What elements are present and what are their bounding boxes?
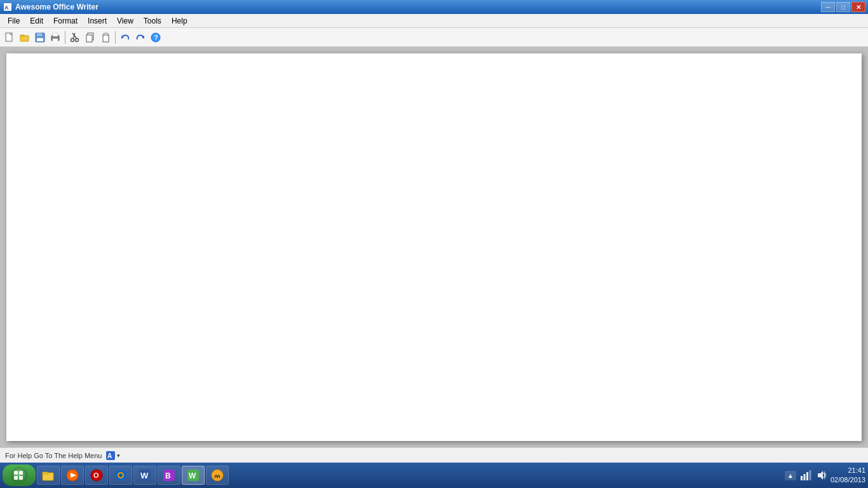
svg-rect-28 (19, 471, 23, 475)
svg-text:O: O (93, 471, 99, 479)
svg-rect-50 (809, 470, 811, 480)
show-hidden-tray[interactable]: ▲ (785, 471, 796, 480)
start-button[interactable] (3, 464, 36, 486)
status-dropdown[interactable]: ▾ (117, 452, 120, 459)
menu-insert[interactable]: Insert (83, 15, 112, 27)
paste-button[interactable] (98, 30, 112, 44)
menu-bar: File Edit Format Insert View Tools Help (0, 14, 868, 28)
help-button[interactable]: ? (149, 30, 163, 44)
save-button[interactable] (33, 30, 47, 44)
svg-rect-29 (14, 476, 18, 480)
taskbar: O W B W ▲ (0, 463, 868, 488)
menu-view[interactable]: View (112, 15, 139, 27)
audacity-icon (211, 469, 224, 482)
taskbar-firefox[interactable] (109, 466, 132, 485)
taskbar-media-player[interactable] (61, 466, 84, 485)
svg-text:B: B (165, 471, 171, 480)
separator-2 (115, 31, 116, 44)
svg-text:A: A (4, 4, 9, 11)
svg-rect-49 (806, 472, 808, 480)
minimize-button[interactable]: ─ (821, 2, 835, 12)
vba-icon: B (163, 469, 175, 482)
title-buttons: ─ □ ✕ (821, 2, 865, 12)
taskbar-writer-active[interactable]: W (182, 466, 205, 485)
svg-point-26 (11, 467, 27, 484)
svg-rect-19 (104, 33, 108, 36)
taskbar-opera[interactable]: O (85, 466, 108, 485)
main-content: File Edit Format Insert View Tools Help (0, 14, 868, 463)
svg-rect-10 (53, 33, 58, 36)
word-icon: W (139, 469, 151, 482)
close-button[interactable]: ✕ (851, 2, 865, 12)
app-icon: A (3, 2, 13, 12)
svg-rect-27 (14, 471, 18, 475)
print-button[interactable] (48, 30, 62, 44)
svg-point-15 (76, 38, 79, 41)
document-area (0, 47, 868, 447)
svg-text:?: ? (154, 34, 158, 41)
taskbar-right: ▲ 21:41 02/08/2013 (785, 466, 865, 485)
copy-button[interactable] (83, 30, 97, 44)
menu-edit[interactable]: Edit (25, 15, 48, 27)
svg-rect-5 (20, 35, 24, 36)
document-page[interactable] (6, 53, 862, 441)
svg-rect-7 (37, 33, 42, 36)
menu-tools[interactable]: Tools (139, 15, 166, 27)
svg-rect-47 (801, 476, 803, 480)
svg-rect-32 (43, 472, 48, 474)
svg-point-46 (212, 470, 223, 481)
title-bar: A Awesome Office Writer ─ □ ✕ (0, 0, 868, 14)
menu-help[interactable]: Help (166, 15, 193, 27)
network-icon (800, 470, 811, 481)
svg-rect-17 (86, 35, 92, 42)
status-bar: For Help Go To The Help Menu A ▾ (0, 447, 868, 463)
status-icon-area: A ▾ (105, 451, 120, 461)
svg-text:W: W (189, 471, 196, 480)
taskbar-word[interactable]: W (133, 466, 156, 485)
window-title: Awesome Office Writer (15, 3, 98, 11)
clock: 21:41 02/08/2013 (831, 466, 865, 485)
svg-marker-51 (818, 471, 823, 480)
clock-time: 21:41 (831, 466, 865, 475)
volume-icon (815, 470, 827, 481)
cut-button[interactable] (68, 30, 82, 44)
menu-file[interactable]: File (3, 15, 25, 27)
new-button[interactable] (3, 30, 17, 44)
taskbar-vba[interactable]: B (158, 466, 180, 485)
svg-rect-48 (803, 474, 805, 480)
separator-1 (65, 31, 65, 44)
svg-text:W: W (140, 471, 149, 480)
svg-rect-18 (103, 35, 109, 42)
status-doc-icon: A (105, 451, 116, 461)
media-player-icon (66, 469, 79, 482)
maximize-button[interactable]: □ (836, 2, 850, 12)
open-button[interactable] (18, 30, 32, 44)
taskbar-file-manager[interactable] (37, 466, 60, 485)
menu-format[interactable]: Format (48, 15, 83, 27)
toolbar: ? (0, 28, 868, 47)
svg-point-39 (119, 473, 123, 477)
redo-button[interactable] (133, 30, 147, 44)
svg-rect-11 (53, 39, 58, 41)
writer-active-icon: W (187, 469, 200, 482)
svg-rect-30 (19, 476, 23, 480)
firefox-icon (114, 469, 127, 482)
svg-rect-8 (37, 38, 43, 41)
opera-icon: O (90, 469, 103, 482)
svg-text:A: A (107, 452, 112, 459)
status-text: For Help Go To The Help Menu (5, 452, 102, 459)
svg-point-14 (71, 38, 74, 41)
clock-date: 02/08/2013 (831, 475, 865, 485)
taskbar-audacity[interactable] (206, 466, 229, 485)
document-wrapper (0, 47, 868, 447)
file-manager-icon (42, 469, 55, 482)
title-left: A Awesome Office Writer (3, 2, 98, 12)
undo-button[interactable] (118, 30, 132, 44)
